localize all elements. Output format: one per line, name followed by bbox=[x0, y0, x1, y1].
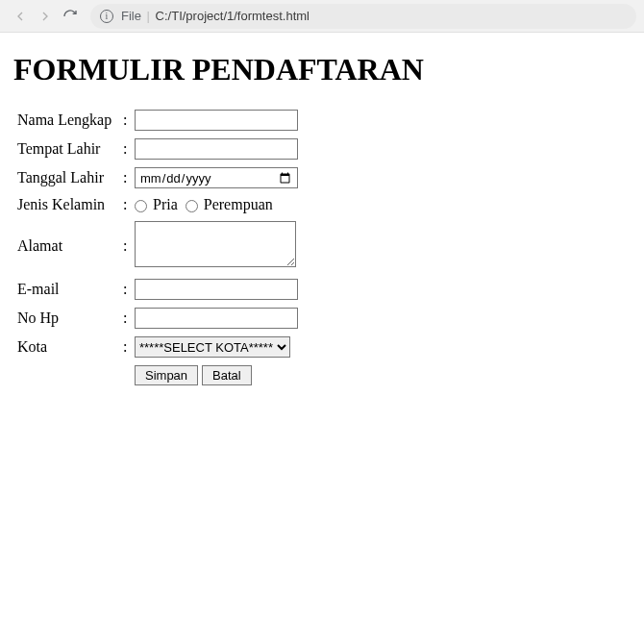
tanggal-input[interactable] bbox=[135, 167, 298, 188]
reload-button[interactable] bbox=[58, 4, 83, 29]
nohp-input[interactable] bbox=[135, 308, 298, 329]
address-separator: | bbox=[147, 9, 150, 23]
forward-button[interactable] bbox=[33, 4, 58, 29]
radio-perempuan[interactable] bbox=[186, 200, 198, 212]
tanggal-label: Tanggal Lahir bbox=[15, 164, 119, 191]
page-content: FORMULIR PENDAFTARAN Nama Lengkap : Temp… bbox=[0, 33, 644, 402]
tempat-input[interactable] bbox=[135, 138, 298, 160]
jenis-label: Jenis Kelamin bbox=[15, 193, 119, 216]
address-text: File | C:/TI/project/1/formtest.html bbox=[121, 9, 310, 23]
colon: : bbox=[121, 276, 131, 303]
kota-select[interactable]: *****SELECT KOTA***** bbox=[135, 336, 290, 358]
radio-pria-wrap[interactable]: Pria bbox=[135, 196, 182, 212]
colon: : bbox=[121, 164, 131, 191]
nama-input[interactable] bbox=[135, 110, 298, 131]
email-label: E-mail bbox=[15, 276, 119, 303]
info-icon: i bbox=[100, 10, 113, 23]
page-title: FORMULIR PENDAFTARAN bbox=[13, 52, 631, 87]
radio-perempuan-wrap[interactable]: Perempuan bbox=[186, 196, 273, 212]
colon: : bbox=[121, 218, 131, 274]
nohp-label: No Hp bbox=[15, 305, 119, 332]
colon: : bbox=[121, 107, 131, 134]
radio-pria-label: Pria bbox=[153, 196, 178, 212]
batal-button[interactable]: Batal bbox=[202, 365, 252, 385]
kota-label: Kota bbox=[15, 334, 119, 360]
address-prefix: File bbox=[121, 9, 141, 23]
browser-toolbar: i File | C:/TI/project/1/formtest.html bbox=[0, 0, 644, 33]
radio-perempuan-label: Perempuan bbox=[204, 196, 273, 212]
registration-form: Nama Lengkap : Tempat Lahir : Tanggal La… bbox=[13, 105, 302, 390]
alamat-input[interactable] bbox=[135, 221, 296, 267]
alamat-label: Alamat bbox=[15, 218, 119, 274]
back-button[interactable] bbox=[8, 4, 33, 29]
address-bar[interactable]: i File | C:/TI/project/1/formtest.html bbox=[90, 4, 636, 29]
colon: : bbox=[121, 136, 131, 162]
nama-label: Nama Lengkap bbox=[15, 107, 119, 134]
address-path: C:/TI/project/1/formtest.html bbox=[156, 9, 310, 23]
simpan-button[interactable]: Simpan bbox=[135, 365, 198, 385]
email-input[interactable] bbox=[135, 279, 298, 300]
colon: : bbox=[121, 305, 131, 332]
radio-pria[interactable] bbox=[135, 200, 147, 212]
colon: : bbox=[121, 334, 131, 360]
tempat-label: Tempat Lahir bbox=[15, 136, 119, 162]
colon: : bbox=[121, 193, 131, 216]
